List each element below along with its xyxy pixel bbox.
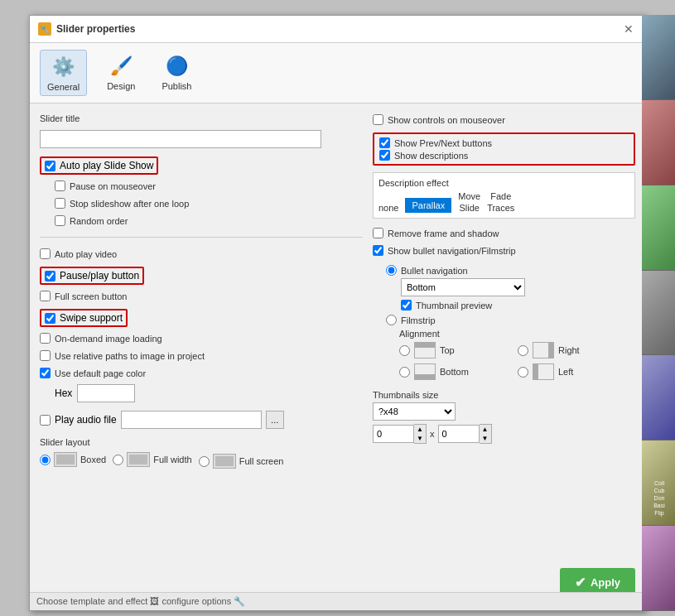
layout-boxed: Boxed: [40, 450, 106, 469]
effect-fade-traces[interactable]: Fade Traces: [487, 191, 514, 213]
layout-full-width-radio[interactable]: [113, 455, 123, 465]
position-select[interactable]: Bottom Top Left Right: [401, 278, 525, 296]
remove-frame-checkbox[interactable]: [373, 228, 383, 238]
show-prevnext-row: Show Prev/Next buttons: [379, 137, 629, 149]
toolbar-item-design[interactable]: 🖌️ Design: [100, 50, 142, 96]
effect-parallax-btn[interactable]: Parallax: [405, 198, 451, 213]
hex-input[interactable]: [77, 384, 135, 402]
description-effect-box: Description effect none Parallax Move Sl…: [373, 172, 635, 219]
default-page-color-checkbox[interactable]: [40, 368, 51, 378]
swipe-support-highlight: Swipe support: [40, 309, 128, 327]
thumbnails-size-label: Thumbnails size: [373, 390, 635, 400]
toolbar-item-general[interactable]: ⚙️ General: [40, 50, 87, 96]
effect-none[interactable]: none: [378, 203, 398, 213]
layout-boxed-radio[interactable]: [40, 455, 51, 465]
show-descriptions-checkbox[interactable]: [379, 150, 390, 161]
ondemand-label: On-demand image loading: [55, 334, 162, 344]
publish-label: Publish: [162, 81, 191, 91]
layout-full-width-thumb: [127, 452, 150, 467]
align-top: Top: [399, 342, 513, 359]
width-decrement-button[interactable]: ▼: [414, 434, 426, 443]
description-effect-label: Description effect: [378, 178, 629, 188]
play-audio-checkbox[interactable]: [40, 415, 51, 426]
auto-play-video-checkbox[interactable]: [40, 248, 51, 259]
thumbnails-size-select[interactable]: ?x48 ?x32 ?x64: [373, 402, 456, 421]
audio-path-input[interactable]: [121, 411, 262, 429]
thumbnails-size-section: Thumbnails size ?x48 ?x32 ?x64 ▲ ▼ x: [373, 390, 635, 444]
random-order-checkbox[interactable]: [55, 215, 65, 226]
alignment-label: Alignment: [399, 329, 635, 339]
default-page-color-row: Use default page color: [40, 367, 363, 379]
toolbar-item-publish[interactable]: 🔵 Publish: [155, 50, 198, 96]
auto-play-checkbox[interactable]: [45, 161, 55, 171]
pause-play-checkbox[interactable]: [45, 271, 55, 282]
align-right: Right: [518, 342, 631, 359]
effect-move-slide[interactable]: Move Slide: [458, 191, 480, 213]
align-bottom-radio[interactable]: [399, 367, 410, 378]
effect-none-label: none: [378, 203, 398, 213]
audio-row: Play audio file …: [40, 411, 363, 429]
effect-traces-label: Traces: [487, 203, 514, 213]
thumbnail-preview-row: Thumbnail preview: [401, 299, 635, 311]
align-top-label: Top: [440, 345, 455, 355]
filmstrip-label: Filmstrip: [401, 315, 436, 325]
width-spinner-buttons: ▲ ▼: [414, 424, 427, 444]
height-increment-button[interactable]: ▲: [480, 425, 491, 434]
layout-full-screen-label: Full screen: [239, 456, 284, 466]
prevnext-descriptions-highlight: Show Prev/Next buttons Show descriptions: [373, 132, 635, 166]
bullet-navigation-radio[interactable]: [386, 265, 397, 276]
remove-frame-label: Remove frame and shadow: [388, 229, 499, 238]
slider-title-input[interactable]: [40, 130, 321, 148]
align-right-label: Right: [558, 345, 580, 355]
height-input[interactable]: [438, 425, 480, 443]
height-decrement-button[interactable]: ▼: [480, 434, 491, 443]
show-bullet-row: Show bullet navigation/Filmstrip: [373, 244, 635, 257]
thumbnail-preview-label: Thumbnail preview: [416, 301, 492, 310]
show-prevnext-checkbox[interactable]: [379, 137, 390, 148]
relative-paths-row: Use relative paths to image in project: [40, 349, 363, 362]
hex-row: Hex: [55, 384, 363, 402]
fullscreen-checkbox[interactable]: [40, 291, 51, 301]
side-images: [642, 15, 675, 611]
show-bullet-checkbox[interactable]: [373, 245, 383, 256]
ondemand-row: On-demand image loading: [40, 332, 363, 344]
auto-play-video-label: Auto play video: [55, 249, 117, 259]
pause-mouseover-checkbox[interactable]: [55, 180, 65, 191]
swipe-support-checkbox[interactable]: [45, 313, 55, 324]
stop-one-loop-checkbox[interactable]: [55, 198, 65, 209]
design-label: Design: [107, 81, 135, 91]
random-order-label: Random order: [70, 216, 128, 226]
show-descriptions-row: Show descriptions: [379, 149, 629, 161]
height-spinner-buttons: ▲ ▼: [480, 424, 492, 444]
audio-browse-button[interactable]: …: [266, 411, 284, 429]
ondemand-checkbox[interactable]: [40, 333, 51, 344]
width-input[interactable]: [373, 425, 414, 443]
align-left-radio[interactable]: [518, 367, 528, 378]
bottom-hint: Choose template and effect 🖼 configure o…: [30, 592, 645, 610]
pause-play-highlight: Pause/play button: [40, 267, 144, 285]
align-left-thumb: [533, 363, 554, 380]
thumbnail-preview-checkbox[interactable]: [401, 300, 412, 310]
layout-label: Slider layout: [40, 437, 363, 447]
align-top-radio[interactable]: [399, 345, 410, 356]
hex-label: Hex: [55, 387, 72, 399]
align-right-radio[interactable]: [518, 345, 528, 356]
filmstrip-radio[interactable]: [386, 315, 397, 325]
layout-full-screen-radio[interactable]: [199, 456, 210, 467]
default-page-color-label: Use default page color: [55, 368, 146, 378]
relative-paths-label: Use relative paths to image in project: [55, 351, 205, 361]
align-bottom: Bottom: [399, 363, 513, 380]
size-inputs: ▲ ▼ x ▲ ▼: [373, 424, 635, 444]
width-spinner: ▲ ▼: [373, 424, 427, 444]
divider1: [40, 237, 363, 238]
pause-play-label: Pause/play button: [60, 270, 139, 282]
show-controls-row: Show controls on mouseover: [373, 113, 635, 126]
effect-options: none Parallax Move Slide Fade Traces: [378, 191, 629, 213]
height-spinner: ▲ ▼: [438, 424, 492, 444]
close-button[interactable]: ✕: [620, 21, 637, 37]
show-controls-checkbox[interactable]: [373, 114, 383, 125]
width-increment-button[interactable]: ▲: [414, 425, 426, 434]
effect-parallax[interactable]: Parallax: [405, 198, 451, 213]
dialog-icon: 🔧: [38, 22, 51, 36]
relative-paths-checkbox[interactable]: [40, 350, 51, 361]
